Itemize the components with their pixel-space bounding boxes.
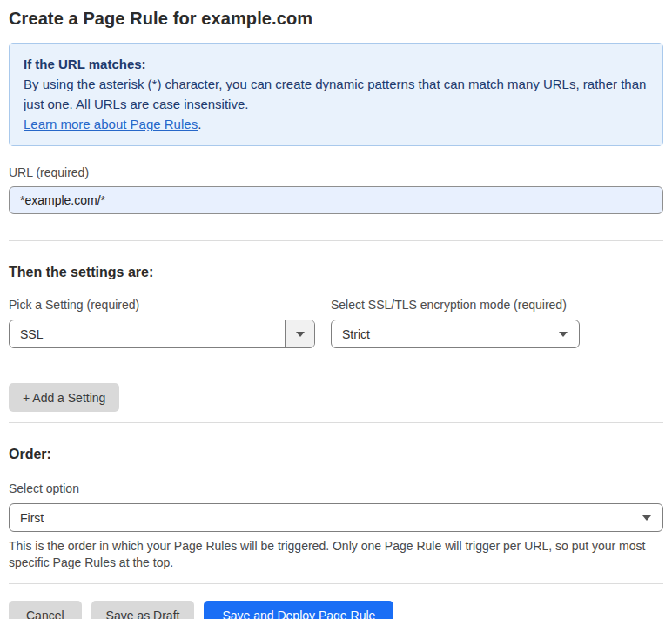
pick-setting-column: Pick a Setting (required) SSL	[9, 280, 315, 348]
info-box-body: By using the asterisk (*) character, you…	[24, 74, 648, 114]
page-title: Create a Page Rule for example.com	[9, 9, 663, 29]
settings-row: Pick a Setting (required) SSL Select SSL…	[9, 280, 663, 348]
pick-setting-value: SSL	[10, 327, 285, 341]
url-input[interactable]	[9, 186, 663, 214]
order-section-heading: Order:	[9, 447, 663, 462]
encryption-mode-value: Strict	[332, 327, 579, 341]
chevron-down-icon	[296, 332, 305, 337]
order-select-value: First	[10, 511, 662, 525]
url-field-label: URL (required)	[9, 165, 663, 179]
chevron-down-icon	[559, 332, 568, 337]
order-help-text: This is the order in which your Page Rul…	[9, 538, 653, 571]
order-select[interactable]: First	[9, 503, 663, 532]
encryption-mode-select[interactable]: Strict	[331, 320, 580, 348]
pick-setting-label: Pick a Setting (required)	[9, 298, 315, 312]
divider	[9, 240, 663, 241]
link-period: .	[198, 117, 201, 131]
encryption-mode-column: Select SSL/TLS encryption mode (required…	[331, 280, 580, 348]
pick-setting-select[interactable]: SSL	[9, 320, 315, 348]
page-rule-form: Create a Page Rule for example.com If th…	[0, 0, 672, 619]
info-box-heading: If the URL matches:	[24, 54, 648, 74]
order-select-label: Select option	[9, 481, 663, 495]
save-and-deploy-button[interactable]: Save and Deploy Page Rule	[204, 601, 393, 619]
info-box-link-line: Learn more about Page Rules.	[24, 114, 648, 134]
encryption-mode-label: Select SSL/TLS encryption mode (required…	[331, 298, 580, 312]
settings-section-heading: Then the settings are:	[9, 265, 663, 280]
add-setting-button[interactable]: + Add a Setting	[9, 383, 119, 412]
cancel-button[interactable]: Cancel	[9, 601, 82, 619]
url-match-info-box: If the URL matches: By using the asteris…	[9, 43, 663, 146]
divider	[9, 583, 663, 584]
footer-actions: Cancel Save as Draft Save and Deploy Pag…	[9, 601, 663, 619]
chevron-down-icon	[642, 515, 651, 521]
dropdown-arrow-segment[interactable]	[285, 320, 314, 347]
save-as-draft-button[interactable]: Save as Draft	[91, 601, 195, 619]
learn-more-link[interactable]: Learn more about Page Rules	[24, 117, 198, 131]
divider	[9, 422, 663, 423]
